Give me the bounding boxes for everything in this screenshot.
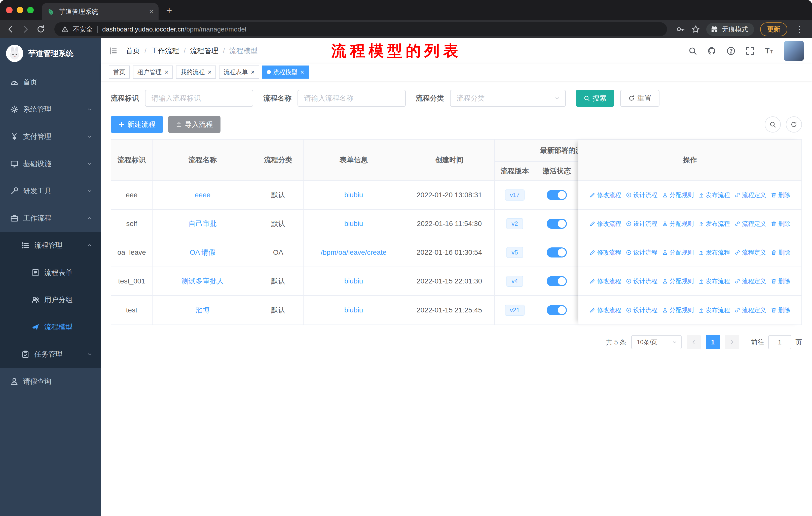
page-size-select[interactable]: 10条/页 [631,335,682,349]
key-icon[interactable] [676,25,685,34]
action-edit[interactable]: 修改流程 [589,191,621,199]
prev-page-button[interactable] [687,335,701,349]
sidebar-item-infra[interactable]: 基础设施 [0,150,101,178]
window-zoom-button[interactable] [27,7,34,13]
sidebar-item-task-mgmt[interactable]: 任务管理 [0,341,101,368]
sidebar-item-payment[interactable]: 支付管理 [0,123,101,150]
action-design[interactable]: 设计流程 [626,306,658,314]
action-delete[interactable]: 删除 [771,248,790,256]
window-close-button[interactable] [6,7,12,13]
search-button[interactable]: 搜索 [576,90,614,107]
action-edit[interactable]: 修改流程 [589,220,621,228]
action-design[interactable]: 设计流程 [626,277,658,285]
action-assign[interactable]: 分配规则 [662,277,694,285]
sidebar-item-system[interactable]: 系统管理 [0,96,101,123]
action-design[interactable]: 设计流程 [626,191,658,199]
create-process-button[interactable]: 新建流程 [111,116,163,133]
action-definition[interactable]: 流程定义 [734,220,766,228]
tag-my-process[interactable]: 我的流程× [176,65,216,79]
browser-tab[interactable]: 芋道管理系统 × [42,3,158,20]
tag-process-form[interactable]: 流程表单× [219,65,259,79]
font-size-icon[interactable]: TT [765,46,774,55]
action-assign[interactable]: 分配规则 [662,220,694,228]
tag-home[interactable]: 首页 [109,65,130,79]
action-delete[interactable]: 删除 [771,306,790,314]
action-definition[interactable]: 流程定义 [734,248,766,256]
action-publish[interactable]: 发布流程 [698,277,730,285]
active-toggle[interactable] [547,190,567,200]
tag-process-model[interactable]: 流程模型× [262,65,309,79]
sidebar-item-leave-query[interactable]: 请假查询 [0,368,101,395]
reset-button[interactable]: 重置 [620,90,660,107]
sidebar-item-process-form[interactable]: 流程表单 [0,259,101,286]
sidebar-item-user-group[interactable]: 用户分组 [0,286,101,314]
action-delete[interactable]: 删除 [771,191,790,199]
search-icon[interactable] [688,46,697,55]
sidebar-item-devtools[interactable]: 研发工具 [0,178,101,205]
import-process-button[interactable]: 导入流程 [168,116,221,133]
user-avatar[interactable] [784,41,804,61]
action-edit[interactable]: 修改流程 [589,277,621,285]
action-publish[interactable]: 发布流程 [698,248,730,256]
forward-icon[interactable] [21,25,30,34]
window-minimize-button[interactable] [17,7,23,13]
tab-close-icon[interactable]: × [149,8,153,16]
action-definition[interactable]: 流程定义 [734,191,766,199]
action-publish[interactable]: 发布流程 [698,191,730,199]
sidebar-item-process-mgmt[interactable]: 流程管理 [0,232,101,259]
back-icon[interactable] [6,25,15,34]
action-definition[interactable]: 流程定义 [734,306,766,314]
form-info-link[interactable]: biubiu [344,220,363,228]
refresh-table-button[interactable] [786,116,802,133]
action-assign[interactable]: 分配规则 [662,306,694,314]
action-design[interactable]: 设计流程 [626,248,658,256]
new-tab-button[interactable]: + [162,3,177,18]
process-name-link[interactable]: 滔博 [196,305,210,315]
fullscreen-icon[interactable] [746,46,755,55]
sidebar-item-workflow[interactable]: 工作流程 [0,205,101,232]
action-assign[interactable]: 分配规则 [662,191,694,199]
reload-icon[interactable] [36,25,45,34]
sidebar-toggle-icon[interactable] [109,46,118,55]
category-select[interactable]: 流程分类 [450,90,566,107]
tag-close-icon[interactable]: × [251,68,255,76]
tag-close-icon[interactable]: × [165,68,168,76]
active-toggle[interactable] [547,305,567,315]
tag-close-icon[interactable]: × [300,68,304,76]
process-name-link[interactable]: 自己审批 [188,219,217,228]
action-delete[interactable]: 删除 [771,277,790,285]
action-delete[interactable]: 删除 [771,220,790,228]
goto-page-input[interactable] [768,335,791,349]
process-name-input[interactable] [297,90,406,107]
action-definition[interactable]: 流程定义 [734,277,766,285]
bookmark-star-icon[interactable] [691,25,700,34]
security-warning-icon[interactable] [61,26,68,33]
breadcrumb-item[interactable]: 首页 [126,46,151,56]
process-key-input[interactable] [145,90,253,107]
github-icon[interactable] [707,46,716,55]
breadcrumb-item[interactable]: 流程管理 [190,46,230,56]
help-icon[interactable] [726,46,735,55]
form-info-link[interactable]: biubiu [344,277,363,285]
action-publish[interactable]: 发布流程 [698,220,730,228]
process-name-link[interactable]: OA 请假 [190,248,216,257]
current-page-button[interactable]: 1 [706,335,720,349]
active-toggle[interactable] [547,219,567,229]
menu-dots-icon[interactable]: ⋮ [793,24,806,34]
form-info-link[interactable]: biubiu [344,191,363,199]
action-edit[interactable]: 修改流程 [589,306,621,314]
action-assign[interactable]: 分配规则 [662,248,694,256]
toggle-search-button[interactable] [765,116,781,133]
breadcrumb-item[interactable]: 工作流程 [151,46,190,56]
tag-tenant[interactable]: 租户管理× [133,65,173,79]
action-edit[interactable]: 修改流程 [589,248,621,256]
url-bar[interactable]: 不安全 dashboard.yudao.iocoder.cn/bpm/manag… [54,22,667,36]
form-info-link[interactable]: biubiu [344,306,363,314]
form-info-link[interactable]: /bpm/oa/leave/create [321,248,387,256]
active-toggle[interactable] [547,276,567,286]
process-name-link[interactable]: eeee [195,191,210,199]
action-publish[interactable]: 发布流程 [698,306,730,314]
sidebar-item-home[interactable]: 首页 [0,69,101,96]
sidebar-item-process-model[interactable]: 流程模型 [0,314,101,341]
active-toggle[interactable] [547,247,567,257]
